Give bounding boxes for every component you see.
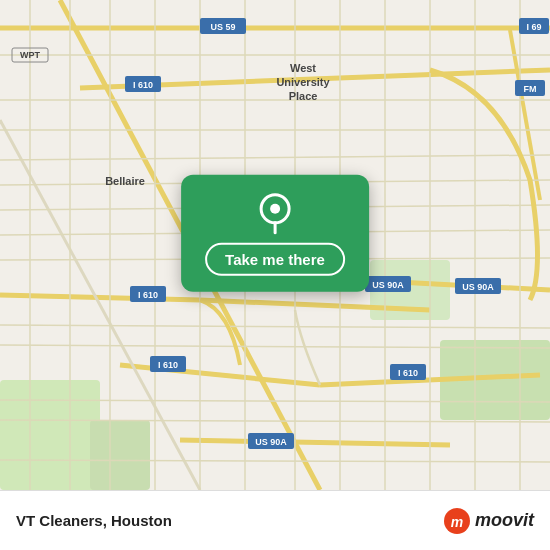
svg-text:Bellaire: Bellaire — [105, 175, 145, 187]
svg-text:US 90A: US 90A — [255, 437, 287, 447]
svg-rect-4 — [90, 420, 150, 490]
svg-text:I 610: I 610 — [133, 80, 153, 90]
moovit-logo: m moovit — [443, 507, 534, 535]
svg-rect-3 — [0, 380, 100, 490]
moovit-text: moovit — [475, 510, 534, 531]
svg-text:US 90A: US 90A — [372, 280, 404, 290]
svg-text:University: University — [276, 76, 330, 88]
moovit-icon: m — [443, 507, 471, 535]
popup-card: Take me there — [181, 175, 369, 292]
svg-point-68 — [270, 204, 280, 214]
svg-text:m: m — [451, 514, 463, 530]
location-pin-icon — [253, 191, 297, 235]
svg-text:US 59: US 59 — [210, 22, 235, 32]
business-info: VT Cleaners, Houston — [16, 512, 172, 529]
svg-text:West: West — [290, 62, 316, 74]
svg-text:FM: FM — [524, 84, 537, 94]
business-name: VT Cleaners, Houston — [16, 512, 172, 529]
bottom-bar: VT Cleaners, Houston m moovit — [0, 490, 550, 550]
svg-text:US 90A: US 90A — [462, 282, 494, 292]
svg-text:I 69: I 69 — [526, 22, 541, 32]
svg-text:I 610: I 610 — [398, 368, 418, 378]
svg-text:WPT: WPT — [20, 50, 40, 60]
svg-text:I 610: I 610 — [158, 360, 178, 370]
take-me-there-button[interactable]: Take me there — [205, 243, 345, 276]
svg-text:Place: Place — [289, 90, 318, 102]
map-container: US 59 I 610 I 610 I 610 I 610 US 90A US … — [0, 0, 550, 490]
svg-text:I 610: I 610 — [138, 290, 158, 300]
